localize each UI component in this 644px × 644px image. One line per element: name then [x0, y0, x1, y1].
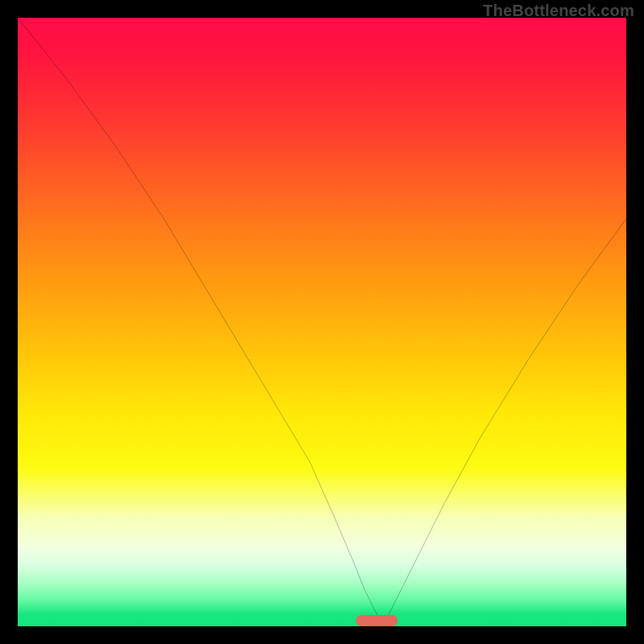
- chart-frame: TheBottleneck.com: [0, 0, 644, 644]
- plot-area: [18, 18, 626, 626]
- curve-path: [18, 18, 626, 626]
- watermark-label: TheBottleneck.com: [483, 2, 634, 20]
- optimal-marker: [356, 615, 398, 626]
- bottleneck-curve: [18, 18, 626, 626]
